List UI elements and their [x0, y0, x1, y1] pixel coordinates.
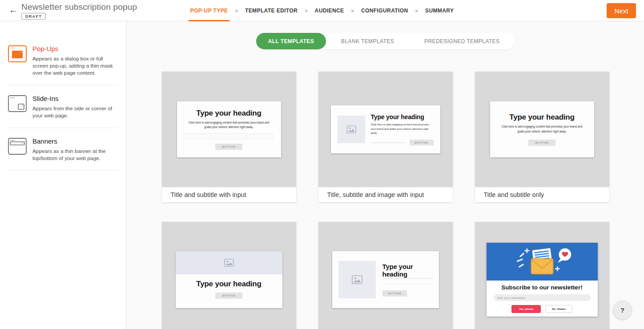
chevron-right-icon: >	[351, 8, 354, 13]
mock-input-field	[371, 142, 406, 143]
template-preview: Type your heading Click here to add enga…	[318, 72, 453, 187]
step-popup-type[interactable]: POP-UP TYPE	[189, 0, 229, 21]
tab-all-templates[interactable]: ALL TEMPLATES	[256, 33, 326, 49]
template-card-title-subtitle-input[interactable]: Type your heading Click here to add enga…	[162, 72, 296, 202]
popup-window-icon	[7, 44, 28, 64]
title-block: Newsletter subscription popup DRAFT	[21, 0, 137, 20]
slidein-window-icon	[7, 93, 28, 114]
chevron-right-icon: >	[305, 8, 307, 13]
sidebar-item-description: Appears as a dialog box or full screen p…	[32, 56, 117, 77]
mock-input-field	[382, 284, 433, 285]
sidebar-item-text: Pop-Ups Appears as a dialog box or full …	[32, 44, 117, 77]
top-header: ← Newsletter subscription popup DRAFT PO…	[0, 0, 644, 21]
template-card-predesigned-newsletter[interactable]: Subscribe to our newsletter! Yes, please…	[475, 222, 609, 329]
mock-popup: Subscribe to our newsletter! Yes, please…	[487, 243, 598, 317]
divider	[7, 128, 117, 128]
newsletter-decline-button: No, thanks	[545, 305, 572, 313]
mock-heading: Type your heading	[382, 263, 433, 278]
image-placeholder-icon	[176, 251, 282, 274]
sidebar-item-text: Slide-Ins Appears from the side or corne…	[32, 93, 117, 120]
template-caption: Title and subtitle only	[475, 187, 609, 202]
mock-button: BUTTON	[410, 140, 434, 145]
divider	[7, 170, 117, 170]
sidebar-item-description: Appears from the side or corner of your …	[32, 105, 117, 120]
mock-subtitle: Click here to add engaging content that …	[502, 124, 583, 134]
template-preview: Type your heading BUTTON	[162, 222, 296, 329]
chevron-right-icon: >	[235, 8, 238, 13]
tab-blank-templates[interactable]: BLANK TEMPLATES	[326, 33, 409, 49]
banner-window-icon	[7, 136, 28, 156]
chevron-right-icon: >	[415, 8, 418, 13]
next-button[interactable]: Next	[607, 3, 636, 18]
sidebar-item-title: Banners	[32, 137, 117, 145]
template-preview: Subscribe to our newsletter! Yes, please…	[475, 222, 609, 329]
template-card-title-subtitle-image-input[interactable]: Type your heading Click here to add enga…	[318, 72, 453, 202]
template-preview: Type your heading Click here to add enga…	[162, 72, 296, 187]
step-summary[interactable]: SUMMARY	[424, 0, 455, 21]
template-card-title-subtitle-only[interactable]: Type your heading Click here to add enga…	[475, 72, 609, 202]
template-card-image-left[interactable]: Type your heading BUTTON	[318, 222, 453, 329]
sidebar-item-title: Slide-Ins	[32, 95, 117, 102]
popup-type-sidebar: Pop-Ups Appears as a dialog box or full …	[0, 21, 127, 329]
sidebar-item-popups[interactable]: Pop-Ups Appears as a dialog box or full …	[0, 44, 126, 77]
sidebar-item-title: Pop-Ups	[32, 45, 117, 52]
mock-popup: Type your heading BUTTON	[332, 251, 439, 308]
mock-heading: Type your heading	[371, 113, 434, 120]
step-configuration[interactable]: CONFIGURATION	[360, 0, 409, 21]
mock-button: BUTTON	[215, 144, 243, 150]
status-badge: DRAFT	[21, 13, 46, 20]
breadcrumb: POP-UP TYPE > TEMPLATE EDITOR > AUDIENCE…	[189, 0, 455, 21]
template-caption: Title, subtitle and image with input	[318, 187, 453, 202]
newsletter-illustration	[487, 243, 598, 281]
template-preview: Type your heading Click here to add enga…	[475, 72, 609, 187]
divider	[7, 85, 117, 85]
newsletter-title: Subscribe to our newsletter!	[501, 284, 582, 291]
tab-predesigned-templates[interactable]: PREDESIGNED TEMPLATES	[409, 33, 515, 49]
template-grid: Type your heading Click here to add enga…	[162, 72, 609, 329]
mock-heading: Type your heading	[196, 109, 261, 118]
mock-heading: Type your heading	[509, 113, 574, 122]
newsletter-email-input	[494, 294, 591, 301]
mock-subtitle: Click here to add engaging content that …	[189, 120, 270, 130]
mock-button: BUTTON	[528, 140, 556, 146]
help-button[interactable]: ?	[613, 301, 632, 320]
template-preview: Type your heading BUTTON	[318, 222, 453, 329]
mock-popup: Type your heading Click here to add enga…	[490, 101, 594, 157]
mock-input-field	[185, 133, 273, 139]
image-placeholder-icon	[338, 116, 365, 143]
sidebar-item-text: Banners Appears as a thin banner at the …	[32, 136, 117, 162]
sidebar-item-description: Appears as a thin banner at the top/bott…	[32, 148, 117, 162]
mock-popup: Type your heading Click here to add enga…	[177, 101, 281, 157]
newsletter-accept-button: Yes, please	[511, 305, 541, 313]
mock-heading: Type your heading	[196, 280, 261, 289]
back-arrow-icon[interactable]: ←	[7, 5, 20, 14]
mock-input-field	[382, 278, 433, 279]
image-placeholder-icon	[338, 261, 376, 298]
mock-button: BUTTON	[215, 293, 243, 299]
step-template-editor[interactable]: TEMPLATE EDITOR	[244, 0, 298, 21]
template-gallery: ALL TEMPLATES BLANK TEMPLATES PREDESIGNE…	[127, 21, 644, 329]
page-title: Newsletter subscription popup	[21, 2, 137, 12]
mock-button: BUTTON	[382, 290, 407, 297]
mock-subtitle: Click here to add engaging content that …	[371, 123, 434, 136]
mock-popup: Type your heading BUTTON	[176, 251, 282, 308]
template-card-image-top[interactable]: Type your heading BUTTON	[162, 222, 296, 329]
template-caption: Title and subtitle with input	[162, 187, 296, 202]
sidebar-item-slideins[interactable]: Slide-Ins Appears from the side or corne…	[0, 93, 126, 120]
sidebar-item-banners[interactable]: Banners Appears as a thin banner at the …	[0, 136, 126, 162]
newsletter-body: Subscribe to our newsletter! Yes, please…	[487, 281, 598, 317]
mock-popup: Type your heading Click here to add enga…	[331, 105, 440, 153]
step-audience[interactable]: AUDIENCE	[314, 0, 345, 21]
template-filter-tabs: ALL TEMPLATES BLANK TEMPLATES PREDESIGNE…	[256, 33, 515, 49]
